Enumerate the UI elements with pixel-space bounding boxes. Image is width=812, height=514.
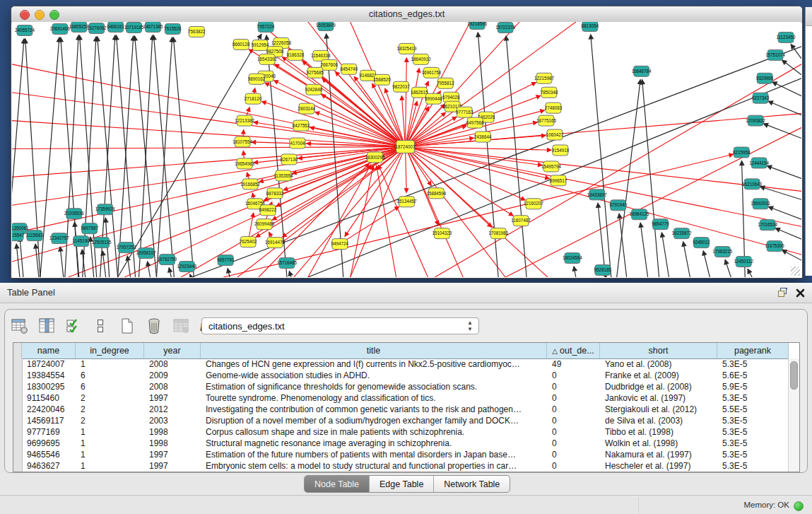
graph-node[interactable]: 9777163 <box>456 107 473 117</box>
edge[interactable] <box>12 147 406 149</box>
edge[interactable] <box>703 251 710 277</box>
column-header-short[interactable]: short <box>600 343 717 358</box>
edge[interactable] <box>190 274 192 277</box>
network-view-window[interactable]: citations_edges.txt 24055724206914061685… <box>11 6 803 279</box>
edge[interactable] <box>289 271 291 277</box>
graph-node[interactable]: 7625402 <box>240 237 257 247</box>
graph-node[interactable]: 16958107 <box>136 248 156 259</box>
table-row[interactable]: 946554611997Estimation of the future num… <box>23 449 799 460</box>
edge[interactable] <box>169 268 171 277</box>
graph-node[interactable]: 2667606 <box>321 59 339 70</box>
graph-node[interactable]: 12923448 <box>177 262 196 272</box>
graph-node[interactable]: 11123450 <box>777 32 796 42</box>
graph-node[interactable]: 26099488 <box>254 219 274 230</box>
graph-node[interactable]: 12505135 <box>92 238 112 248</box>
graph-node[interactable]: 15134457 <box>397 197 417 207</box>
show-columns-icon[interactable] <box>37 316 57 336</box>
graph-node[interactable]: 18107554 <box>233 136 252 147</box>
graph-node[interactable]: 7563822 <box>188 26 206 37</box>
edge[interactable] <box>351 165 373 277</box>
graph-node[interactable]: 8996517 <box>550 175 567 186</box>
edge[interactable] <box>640 223 647 277</box>
edge[interactable] <box>406 58 407 147</box>
table-settings-icon[interactable] <box>10 316 30 336</box>
edge[interactable] <box>351 147 406 277</box>
network-canvas[interactable]: 2405572420691406168552571527606264661611… <box>12 22 801 277</box>
edge[interactable] <box>372 83 406 146</box>
edge[interactable] <box>506 36 526 277</box>
graph-node[interactable]: 2748083 <box>545 103 563 113</box>
graph-node[interactable]: 8267130 <box>281 154 298 165</box>
tab-node-table[interactable]: Node Table <box>305 476 369 492</box>
edge[interactable] <box>25 39 40 277</box>
window-resize-grip[interactable] <box>791 267 800 276</box>
graph-node[interactable]: 1115683 <box>26 230 43 241</box>
edge[interactable] <box>574 267 576 277</box>
edge[interactable] <box>127 256 130 277</box>
select-rows-icon[interactable] <box>64 316 83 336</box>
graph-node[interactable]: 9822037 <box>392 81 410 92</box>
edge[interactable] <box>768 101 801 115</box>
table-row[interactable]: 1830029562008Estimation of significance … <box>23 381 799 392</box>
graph-node[interactable]: 8454749 <box>341 64 358 74</box>
graph-node[interactable]: 19218596 <box>467 22 487 29</box>
close-panel-icon[interactable] <box>796 288 805 300</box>
column-header-year[interactable]: year <box>144 343 201 358</box>
graph-node[interactable]: 12213382 <box>235 115 254 126</box>
graph-node[interactable]: 15495794 <box>541 161 561 172</box>
graph-node[interactable]: 11607487 <box>511 216 531 226</box>
table-row[interactable]: 1938455462009Genome-wide association stu… <box>23 370 799 381</box>
graph-node[interactable]: 16210643 <box>742 179 762 189</box>
graph-node[interactable]: 19654983 <box>235 158 254 169</box>
graph-node[interactable]: 9897587 <box>81 223 99 234</box>
edge[interactable] <box>20 237 23 277</box>
graph-node[interactable]: 12342757 <box>49 233 69 244</box>
graph-node[interactable]: 8215958 <box>733 147 751 158</box>
graph-node[interactable]: 9227343 <box>752 93 770 103</box>
edge[interactable] <box>156 37 172 277</box>
column-header-pagerank[interactable]: pagerank <box>717 343 789 358</box>
row-height-icon[interactable] <box>90 316 110 336</box>
graph-node[interactable]: 9528185 <box>594 265 612 276</box>
edge[interactable] <box>340 206 399 244</box>
graph-node[interactable]: 18724007 <box>396 141 416 153</box>
edge[interactable] <box>322 95 406 147</box>
graph-node[interactable]: 6791940 <box>609 200 627 211</box>
graph-node[interactable]: 15722378 <box>495 22 515 33</box>
graph-node[interactable]: 15751074 <box>765 49 785 60</box>
graph-node[interactable]: 12450112 <box>734 257 754 267</box>
graph-node[interactable]: 7850348 <box>541 87 558 98</box>
graph-node[interactable]: 1060427 <box>546 129 564 140</box>
edge[interactable] <box>223 154 733 277</box>
table-row[interactable]: 911546021997Tourette syndrome. Phenomeno… <box>23 392 799 404</box>
graph-node[interactable]: 15104323 <box>432 228 452 239</box>
edge[interactable] <box>12 39 24 277</box>
graph-node[interactable]: 12444154 <box>749 158 769 168</box>
graph-node[interactable]: 18024564 <box>563 253 582 264</box>
graph-node[interactable]: 11353554 <box>273 170 293 181</box>
graph-node[interactable]: 1588520 <box>373 74 391 85</box>
edge[interactable] <box>259 163 369 277</box>
edge[interactable] <box>791 45 801 59</box>
graph-node[interactable]: 17081983 <box>488 228 508 239</box>
edge[interactable] <box>406 147 550 179</box>
graph-node[interactable]: 9494724 <box>331 239 349 250</box>
graph-node[interactable]: 15884594 <box>426 188 446 199</box>
table-row[interactable]: 977716911998Corpus callosum shape and si… <box>23 426 799 438</box>
graph-node[interactable]: 16648784 <box>632 66 652 76</box>
table-vertical-scrollbar[interactable] <box>788 358 799 472</box>
graph-node[interactable]: 17016534 <box>758 220 777 230</box>
edge[interactable] <box>118 36 134 277</box>
graph-node[interactable]: 1145190 <box>73 236 90 247</box>
edge[interactable] <box>139 35 153 277</box>
graph-node[interactable]: 16543392 <box>257 54 277 64</box>
table-row[interactable]: 946362711997Embryonic stem cells: a mode… <box>23 460 799 472</box>
edge[interactable] <box>642 80 659 277</box>
column-header-in_degree[interactable]: in_degree <box>76 343 144 358</box>
graph-node[interactable]: 2718120 <box>245 93 262 104</box>
graph-node[interactable]: 18964125 <box>630 209 649 220</box>
edge[interactable] <box>768 207 801 220</box>
edge[interactable] <box>153 35 174 277</box>
tab-network-table[interactable]: Network Table <box>433 476 510 492</box>
edge[interactable] <box>782 60 801 75</box>
